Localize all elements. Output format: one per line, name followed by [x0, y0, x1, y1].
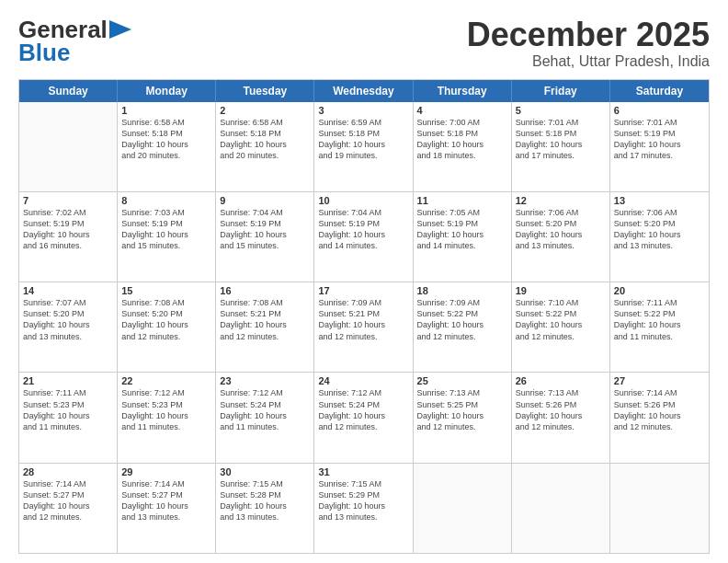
weekday-header-thursday: Thursday: [414, 80, 512, 102]
day-number: 20: [614, 285, 705, 296]
calendar-day-2: 2Sunrise: 6:58 AMSunset: 5:18 PMDaylight…: [216, 102, 314, 191]
calendar-week-4: 21Sunrise: 7:11 AMSunset: 5:23 PMDayligh…: [19, 373, 709, 463]
day-info: Sunrise: 7:07 AMSunset: 5:20 PMDaylight:…: [23, 297, 113, 342]
calendar-day-18: 18Sunrise: 7:09 AMSunset: 5:22 PMDayligh…: [414, 282, 512, 372]
day-number: 30: [220, 466, 310, 477]
calendar-day-empty: [610, 464, 709, 553]
day-number: 21: [23, 375, 113, 386]
day-number: 17: [318, 285, 408, 296]
calendar-day-14: 14Sunrise: 7:07 AMSunset: 5:20 PMDayligh…: [19, 282, 118, 372]
day-info: Sunrise: 7:15 AMSunset: 5:29 PMDaylight:…: [318, 478, 408, 523]
day-info: Sunrise: 7:15 AMSunset: 5:28 PMDaylight:…: [220, 478, 310, 523]
day-number: 28: [23, 466, 113, 477]
calendar-day-26: 26Sunrise: 7:13 AMSunset: 5:26 PMDayligh…: [512, 373, 610, 462]
day-number: 16: [220, 285, 310, 296]
day-info: Sunrise: 7:11 AMSunset: 5:23 PMDaylight:…: [23, 387, 113, 432]
calendar-week-1: 1Sunrise: 6:58 AMSunset: 5:18 PMDaylight…: [19, 102, 709, 192]
calendar-day-21: 21Sunrise: 7:11 AMSunset: 5:23 PMDayligh…: [19, 373, 118, 462]
day-number: 5: [516, 105, 606, 116]
day-number: 1: [121, 105, 211, 116]
calendar-day-31: 31Sunrise: 7:15 AMSunset: 5:29 PMDayligh…: [314, 464, 413, 553]
weekday-header-saturday: Saturday: [610, 80, 709, 102]
day-info: Sunrise: 7:04 AMSunset: 5:19 PMDaylight:…: [318, 207, 408, 252]
calendar-day-empty: [19, 102, 118, 191]
day-info: Sunrise: 7:06 AMSunset: 5:20 PMDaylight:…: [614, 207, 705, 252]
day-number: 4: [417, 105, 507, 116]
day-number: 2: [220, 105, 310, 116]
day-number: 6: [614, 105, 705, 116]
calendar-day-8: 8Sunrise: 7:03 AMSunset: 5:19 PMDaylight…: [118, 192, 216, 282]
calendar-day-17: 17Sunrise: 7:09 AMSunset: 5:21 PMDayligh…: [314, 282, 413, 372]
day-number: 13: [614, 195, 705, 206]
calendar-day-6: 6Sunrise: 7:01 AMSunset: 5:19 PMDaylight…: [610, 102, 709, 191]
weekday-header-tuesday: Tuesday: [216, 80, 314, 102]
calendar-day-9: 9Sunrise: 7:04 AMSunset: 5:19 PMDaylight…: [216, 192, 314, 282]
calendar-header: SundayMondayTuesdayWednesdayThursdayFrid…: [19, 80, 709, 102]
day-info: Sunrise: 7:00 AMSunset: 5:18 PMDaylight:…: [417, 117, 507, 162]
day-info: Sunrise: 7:05 AMSunset: 5:19 PMDaylight:…: [417, 207, 507, 252]
calendar-day-30: 30Sunrise: 7:15 AMSunset: 5:28 PMDayligh…: [216, 464, 314, 553]
day-info: Sunrise: 7:12 AMSunset: 5:23 PMDaylight:…: [121, 387, 211, 432]
day-info: Sunrise: 7:10 AMSunset: 5:22 PMDaylight:…: [516, 297, 606, 342]
day-number: 25: [417, 375, 507, 386]
day-number: 29: [121, 466, 211, 477]
day-number: 3: [318, 105, 408, 116]
day-number: 26: [516, 375, 606, 386]
calendar-day-13: 13Sunrise: 7:06 AMSunset: 5:20 PMDayligh…: [610, 192, 709, 282]
calendar-day-22: 22Sunrise: 7:12 AMSunset: 5:23 PMDayligh…: [118, 373, 216, 462]
logo-arrow-icon: [108, 19, 133, 40]
location-subtitle: Behat, Uttar Pradesh, India: [467, 53, 710, 70]
calendar-week-3: 14Sunrise: 7:07 AMSunset: 5:20 PMDayligh…: [19, 282, 709, 373]
calendar-day-24: 24Sunrise: 7:12 AMSunset: 5:24 PMDayligh…: [314, 373, 413, 462]
calendar-day-29: 29Sunrise: 7:14 AMSunset: 5:27 PMDayligh…: [118, 464, 216, 553]
calendar-day-28: 28Sunrise: 7:14 AMSunset: 5:27 PMDayligh…: [19, 464, 118, 553]
calendar-day-19: 19Sunrise: 7:10 AMSunset: 5:22 PMDayligh…: [512, 282, 610, 372]
day-info: Sunrise: 7:13 AMSunset: 5:25 PMDaylight:…: [417, 387, 507, 432]
calendar-day-15: 15Sunrise: 7:08 AMSunset: 5:20 PMDayligh…: [118, 282, 216, 372]
day-number: 15: [121, 285, 211, 296]
calendar-day-12: 12Sunrise: 7:06 AMSunset: 5:20 PMDayligh…: [512, 192, 610, 282]
day-number: 24: [318, 375, 408, 386]
day-number: 18: [417, 285, 507, 296]
day-info: Sunrise: 7:13 AMSunset: 5:26 PMDaylight:…: [516, 387, 606, 432]
calendar-page: General Blue December 2025 Behat, Uttar …: [0, 0, 728, 563]
day-number: 31: [318, 466, 408, 477]
day-info: Sunrise: 7:08 AMSunset: 5:21 PMDaylight:…: [220, 297, 310, 342]
day-info: Sunrise: 7:03 AMSunset: 5:19 PMDaylight:…: [121, 207, 211, 252]
day-info: Sunrise: 7:14 AMSunset: 5:26 PMDaylight:…: [614, 387, 705, 432]
day-number: 22: [121, 375, 211, 386]
title-area: December 2025 Behat, Uttar Pradesh, Indi…: [467, 17, 710, 70]
calendar-day-11: 11Sunrise: 7:05 AMSunset: 5:19 PMDayligh…: [414, 192, 512, 282]
weekday-header-friday: Friday: [512, 80, 610, 102]
day-info: Sunrise: 7:08 AMSunset: 5:20 PMDaylight:…: [121, 297, 211, 342]
day-number: 12: [516, 195, 606, 206]
calendar-body: 1Sunrise: 6:58 AMSunset: 5:18 PMDaylight…: [19, 102, 709, 553]
day-info: Sunrise: 7:02 AMSunset: 5:19 PMDaylight:…: [23, 207, 113, 252]
calendar: SundayMondayTuesdayWednesdayThursdayFrid…: [18, 79, 710, 554]
day-info: Sunrise: 7:01 AMSunset: 5:19 PMDaylight:…: [614, 117, 705, 162]
day-info: Sunrise: 7:09 AMSunset: 5:21 PMDaylight:…: [318, 297, 408, 342]
day-number: 7: [23, 195, 113, 206]
calendar-day-5: 5Sunrise: 7:01 AMSunset: 5:18 PMDaylight…: [512, 102, 610, 191]
day-info: Sunrise: 7:09 AMSunset: 5:22 PMDaylight:…: [417, 297, 507, 342]
svg-marker-0: [109, 20, 131, 39]
calendar-day-25: 25Sunrise: 7:13 AMSunset: 5:25 PMDayligh…: [414, 373, 512, 462]
day-number: 11: [417, 195, 507, 206]
day-info: Sunrise: 7:06 AMSunset: 5:20 PMDaylight:…: [516, 207, 606, 252]
logo: General Blue: [18, 17, 133, 65]
day-number: 27: [614, 375, 705, 386]
day-number: 19: [516, 285, 606, 296]
weekday-header-wednesday: Wednesday: [314, 80, 413, 102]
month-title: December 2025: [467, 17, 710, 53]
header: General Blue December 2025 Behat, Uttar …: [18, 17, 710, 70]
day-info: Sunrise: 7:12 AMSunset: 5:24 PMDaylight:…: [220, 387, 310, 432]
day-info: Sunrise: 7:04 AMSunset: 5:19 PMDaylight:…: [220, 207, 310, 252]
day-info: Sunrise: 7:11 AMSunset: 5:22 PMDaylight:…: [614, 297, 705, 342]
day-info: Sunrise: 6:58 AMSunset: 5:18 PMDaylight:…: [220, 117, 310, 162]
day-number: 8: [121, 195, 211, 206]
calendar-day-23: 23Sunrise: 7:12 AMSunset: 5:24 PMDayligh…: [216, 373, 314, 462]
day-info: Sunrise: 6:58 AMSunset: 5:18 PMDaylight:…: [121, 117, 211, 162]
day-number: 9: [220, 195, 310, 206]
calendar-day-10: 10Sunrise: 7:04 AMSunset: 5:19 PMDayligh…: [314, 192, 413, 282]
day-info: Sunrise: 7:14 AMSunset: 5:27 PMDaylight:…: [23, 478, 113, 523]
